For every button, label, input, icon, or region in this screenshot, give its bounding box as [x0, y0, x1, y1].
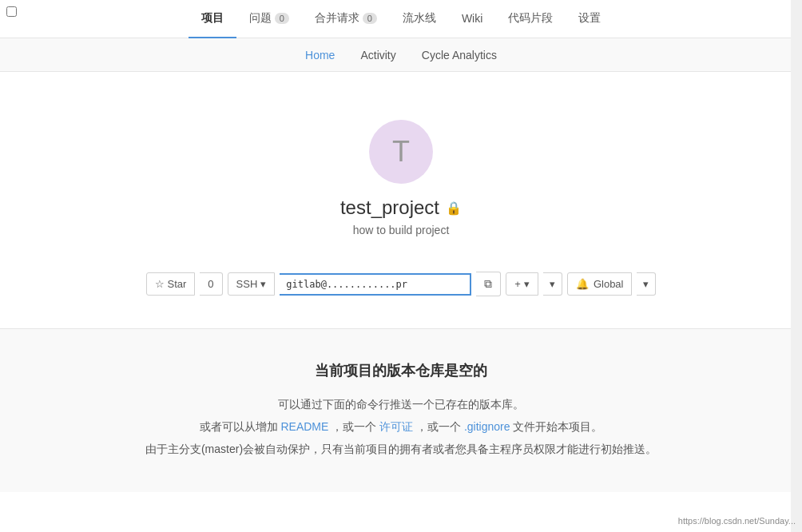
subnav-label-home: Home — [305, 49, 335, 62]
readme-link[interactable]: README — [280, 420, 332, 433]
nav-label-pipeline: 流水线 — [403, 11, 436, 26]
copy-icon: ⧉ — [484, 277, 492, 291]
star-count-value: 0 — [208, 278, 213, 290]
project-name-text: test_project — [340, 197, 439, 219]
nav-item-project[interactable]: 项目 — [189, 0, 236, 38]
notify-button[interactable]: 🔔 Global — [567, 272, 633, 296]
empty-repo-line3: 由于主分支(master)会被自动保护，只有当前项目的拥有者或者您具备主程序员权… — [121, 438, 681, 460]
plus-icon: ▾ — [524, 278, 530, 290]
nav-label-settings: 设置 — [578, 11, 601, 26]
checkbox-input[interactable] — [6, 6, 17, 17]
repo-url-input[interactable] — [280, 273, 471, 296]
ssh-dropdown-button[interactable]: SSH ▾ — [228, 272, 276, 296]
copy-url-button[interactable]: ⧉ — [476, 272, 501, 296]
empty-repo-line2: 或者可以从增加 README ，或一个 许可证 ，或一个 .gitignore … — [121, 415, 681, 438]
project-name-row: test_project 🔒 — [340, 197, 462, 219]
lock-icon: 🔒 — [446, 200, 462, 216]
add-button[interactable]: + ▾ — [506, 272, 538, 296]
avatar-letter: T — [392, 135, 410, 169]
merge-badge: 0 — [363, 13, 377, 24]
empty-repo-content: 可以通过下面的命令行推送一个已存在的版本库。 或者可以从增加 README ，或… — [121, 393, 681, 460]
star-count: 0 — [200, 272, 222, 296]
nav-link-wiki[interactable]: Wiki — [449, 0, 495, 38]
license-link[interactable]: 许可证 — [379, 420, 416, 433]
nav-item-pipeline[interactable]: 流水线 — [390, 0, 449, 38]
empty-repo-title: 当前项目的版本仓库是空的 — [16, 361, 786, 380]
nav-item-snippets[interactable]: 代码片段 — [495, 0, 566, 38]
issues-badge: 0 — [275, 13, 289, 24]
empty-repo-line1: 可以通过下面的命令行推送一个已存在的版本库。 — [121, 393, 681, 415]
ssh-label: SSH — [236, 278, 258, 290]
empty-repo-section: 当前项目的版本仓库是空的 可以通过下面的命令行推送一个已存在的版本库。 或者可以… — [0, 328, 802, 492]
subnav-item-cycle[interactable]: Cycle Analytics — [417, 49, 502, 62]
nav-link-issues[interactable]: 问题 0 — [236, 0, 302, 38]
nav-link-project[interactable]: 项目 — [189, 0, 236, 38]
subnav-link-activity[interactable]: Activity — [355, 41, 400, 69]
subnav-link-home[interactable]: Home — [300, 41, 339, 69]
nav-item-merge[interactable]: 合并请求 0 — [302, 0, 390, 38]
nav-link-merge[interactable]: 合并请求 0 — [302, 0, 390, 38]
add-caret-button[interactable]: ▾ — [543, 272, 562, 296]
action-bar: ☆ Star 0 SSH ▾ ⧉ + ▾ ▾ 🔔 Global — [16, 272, 786, 312]
nav-label-issues: 问题 — [249, 11, 272, 26]
nav-label-project: 项目 — [201, 11, 224, 26]
project-description: how to build project — [353, 224, 450, 236]
nav-label-snippets: 代码片段 — [508, 11, 553, 26]
subnav-label-cycle: Cycle Analytics — [422, 49, 497, 62]
star-label: Star — [168, 278, 187, 290]
add-caret-icon: ▾ — [550, 278, 555, 290]
nav-link-snippets[interactable]: 代码片段 — [495, 0, 566, 38]
subnav-label-activity: Activity — [360, 49, 395, 62]
subnav-link-cycle[interactable]: Cycle Analytics — [417, 41, 502, 69]
star-button[interactable]: ☆ Star — [146, 272, 196, 296]
nav-item-settings[interactable]: 设置 — [566, 0, 613, 38]
top-nav-list: 项目 问题 0 合并请求 0 流水线 Wiki — [189, 0, 614, 38]
bell-icon: 🔔 — [576, 278, 589, 290]
nav-item-issues[interactable]: 问题 0 — [236, 0, 302, 38]
gitignore-link[interactable]: .gitignore — [464, 420, 513, 433]
star-icon: ☆ — [155, 278, 165, 290]
subnav-item-activity[interactable]: Activity — [355, 49, 400, 62]
chevron-down-icon: ▾ — [260, 278, 266, 290]
nav-label-wiki: Wiki — [462, 12, 482, 25]
sub-nav: Home Activity Cycle Analytics — [0, 38, 802, 72]
scrollbar[interactable] — [791, 0, 802, 492]
nav-label-merge: 合并请求 — [315, 11, 359, 26]
subnav-item-home[interactable]: Home — [300, 49, 339, 62]
nav-link-pipeline[interactable]: 流水线 — [390, 0, 449, 38]
project-description-text: how to build project — [353, 224, 450, 236]
notify-label: Global — [594, 278, 624, 290]
sub-nav-list: Home Activity Cycle Analytics — [300, 49, 502, 62]
notify-caret-icon: ▾ — [643, 278, 649, 290]
topleft-checkbox[interactable] — [6, 6, 17, 19]
top-nav: 项目 问题 0 合并请求 0 流水线 Wiki — [0, 0, 802, 38]
project-avatar: T — [369, 120, 433, 184]
nav-item-wiki[interactable]: Wiki — [449, 0, 495, 38]
notify-caret-button[interactable]: ▾ — [637, 272, 656, 296]
plus-label: + — [514, 278, 521, 290]
main-content: T test_project 🔒 how to build project ☆ … — [0, 72, 802, 328]
project-header: T test_project 🔒 how to build project — [16, 96, 786, 272]
nav-link-settings[interactable]: 设置 — [566, 0, 613, 38]
